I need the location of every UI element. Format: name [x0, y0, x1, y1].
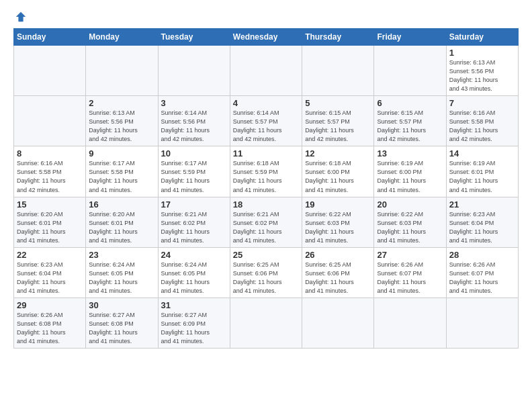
calendar-cell: 18Sunrise: 6:21 AM Sunset: 6:02 PM Dayli… [230, 197, 302, 247]
calendar-cell: 8Sunrise: 6:16 AM Sunset: 5:58 PM Daylig… [14, 146, 86, 197]
calendar-cell: 9Sunrise: 6:17 AM Sunset: 5:58 PM Daylig… [86, 146, 158, 197]
day-number: 17 [161, 199, 227, 210]
calendar-cell: 7Sunrise: 6:16 AM Sunset: 5:58 PM Daylig… [446, 96, 518, 146]
header [13, 11, 519, 23]
day-number: 5 [305, 98, 371, 108]
day-number: 1 [449, 48, 515, 58]
header-day-friday: Friday [374, 29, 446, 46]
day-number: 19 [305, 199, 371, 210]
day-number: 21 [449, 199, 515, 210]
calendar-cell: 22Sunrise: 6:23 AM Sunset: 6:04 PM Dayli… [14, 247, 86, 298]
day-info: Sunrise: 6:13 AM Sunset: 5:56 PM Dayligh… [89, 109, 138, 142]
day-info: Sunrise: 6:27 AM Sunset: 6:08 PM Dayligh… [89, 312, 138, 345]
calendar-cell: 10Sunrise: 6:17 AM Sunset: 5:59 PM Dayli… [158, 146, 230, 197]
calendar-row: 8Sunrise: 6:16 AM Sunset: 5:58 PM Daylig… [14, 146, 519, 197]
calendar-cell [374, 298, 446, 348]
day-info: Sunrise: 6:14 AM Sunset: 5:56 PM Dayligh… [161, 109, 210, 142]
day-info: Sunrise: 6:20 AM Sunset: 6:01 PM Dayligh… [89, 211, 138, 244]
day-info: Sunrise: 6:14 AM Sunset: 5:57 PM Dayligh… [233, 109, 282, 142]
day-info: Sunrise: 6:19 AM Sunset: 6:00 PM Dayligh… [377, 160, 426, 193]
day-info: Sunrise: 6:20 AM Sunset: 6:01 PM Dayligh… [17, 211, 66, 244]
calendar-cell: 4Sunrise: 6:14 AM Sunset: 5:57 PM Daylig… [230, 96, 302, 146]
day-number: 25 [233, 250, 299, 260]
day-info: Sunrise: 6:25 AM Sunset: 6:06 PM Dayligh… [233, 261, 282, 294]
day-number: 12 [305, 148, 371, 158]
day-number: 24 [161, 250, 227, 260]
calendar-cell: 19Sunrise: 6:22 AM Sunset: 6:03 PM Dayli… [302, 197, 374, 247]
day-info: Sunrise: 6:25 AM Sunset: 6:06 PM Dayligh… [305, 261, 354, 294]
calendar-cell [302, 46, 374, 96]
calendar-cell: 12Sunrise: 6:18 AM Sunset: 6:00 PM Dayli… [302, 146, 374, 197]
day-info: Sunrise: 6:22 AM Sunset: 6:03 PM Dayligh… [305, 211, 354, 244]
calendar-cell [86, 46, 158, 96]
day-info: Sunrise: 6:21 AM Sunset: 6:02 PM Dayligh… [233, 211, 282, 244]
calendar-row: 15Sunrise: 6:20 AM Sunset: 6:01 PM Dayli… [14, 197, 519, 247]
day-number: 28 [449, 250, 515, 260]
day-info: Sunrise: 6:23 AM Sunset: 6:04 PM Dayligh… [449, 211, 498, 244]
calendar-cell [14, 46, 86, 96]
header-day-wednesday: Wednesday [230, 29, 302, 46]
calendar-cell: 2Sunrise: 6:13 AM Sunset: 5:56 PM Daylig… [86, 96, 158, 146]
page: SundayMondayTuesdayWednesdayThursdayFrid… [0, 0, 532, 411]
calendar-cell [446, 298, 518, 348]
day-number: 9 [89, 148, 154, 158]
calendar-cell: 21Sunrise: 6:23 AM Sunset: 6:04 PM Dayli… [446, 197, 518, 247]
day-number: 7 [449, 98, 515, 108]
calendar-row: 29Sunrise: 6:26 AM Sunset: 6:08 PM Dayli… [14, 298, 519, 348]
calendar-cell [230, 298, 302, 348]
calendar-cell: 13Sunrise: 6:19 AM Sunset: 6:00 PM Dayli… [374, 146, 446, 197]
day-number: 30 [89, 300, 154, 310]
header-day-thursday: Thursday [302, 29, 374, 46]
calendar-cell: 27Sunrise: 6:26 AM Sunset: 6:07 PM Dayli… [374, 247, 446, 298]
calendar-cell: 20Sunrise: 6:22 AM Sunset: 6:03 PM Dayli… [374, 197, 446, 247]
calendar-row: 2Sunrise: 6:13 AM Sunset: 5:56 PM Daylig… [14, 96, 519, 146]
calendar-cell [374, 46, 446, 96]
day-info: Sunrise: 6:18 AM Sunset: 5:59 PM Dayligh… [233, 160, 282, 193]
day-info: Sunrise: 6:15 AM Sunset: 5:57 PM Dayligh… [305, 109, 354, 142]
day-info: Sunrise: 6:24 AM Sunset: 6:05 PM Dayligh… [89, 261, 138, 294]
day-number: 23 [89, 250, 154, 260]
calendar-cell: 31Sunrise: 6:27 AM Sunset: 6:09 PM Dayli… [158, 298, 230, 348]
calendar-cell: 6Sunrise: 6:15 AM Sunset: 5:57 PM Daylig… [374, 96, 446, 146]
day-number: 13 [377, 148, 443, 158]
day-info: Sunrise: 6:27 AM Sunset: 6:09 PM Dayligh… [161, 312, 210, 345]
day-number: 18 [233, 199, 299, 210]
calendar-header-row: SundayMondayTuesdayWednesdayThursdayFrid… [14, 29, 519, 46]
day-number: 4 [233, 98, 299, 108]
day-info: Sunrise: 6:17 AM Sunset: 5:58 PM Dayligh… [89, 160, 138, 193]
day-number: 14 [449, 148, 515, 158]
day-info: Sunrise: 6:26 AM Sunset: 6:07 PM Dayligh… [449, 261, 498, 294]
day-number: 26 [305, 250, 371, 260]
day-number: 15 [17, 199, 83, 210]
day-number: 29 [17, 300, 83, 310]
day-info: Sunrise: 6:15 AM Sunset: 5:57 PM Dayligh… [377, 109, 426, 142]
day-info: Sunrise: 6:17 AM Sunset: 5:59 PM Dayligh… [161, 160, 210, 193]
day-number: 27 [377, 250, 443, 260]
calendar-cell: 1Sunrise: 6:13 AM Sunset: 5:56 PM Daylig… [446, 46, 518, 96]
day-info: Sunrise: 6:19 AM Sunset: 6:01 PM Dayligh… [449, 160, 498, 193]
day-info: Sunrise: 6:16 AM Sunset: 5:58 PM Dayligh… [449, 109, 498, 142]
calendar-cell: 29Sunrise: 6:26 AM Sunset: 6:08 PM Dayli… [14, 298, 86, 348]
day-info: Sunrise: 6:26 AM Sunset: 6:07 PM Dayligh… [377, 261, 426, 294]
calendar-cell: 25Sunrise: 6:25 AM Sunset: 6:06 PM Dayli… [230, 247, 302, 298]
calendar-cell: 5Sunrise: 6:15 AM Sunset: 5:57 PM Daylig… [302, 96, 374, 146]
day-number: 31 [161, 300, 227, 310]
day-number: 8 [17, 148, 83, 158]
calendar-cell: 15Sunrise: 6:20 AM Sunset: 6:01 PM Dayli… [14, 197, 86, 247]
calendar-cell: 23Sunrise: 6:24 AM Sunset: 6:05 PM Dayli… [86, 247, 158, 298]
calendar-cell: 24Sunrise: 6:24 AM Sunset: 6:05 PM Dayli… [158, 247, 230, 298]
calendar-cell: 17Sunrise: 6:21 AM Sunset: 6:02 PM Dayli… [158, 197, 230, 247]
logo [13, 11, 27, 23]
calendar-table: SundayMondayTuesdayWednesdayThursdayFrid… [13, 28, 519, 349]
day-number: 22 [17, 250, 83, 260]
day-info: Sunrise: 6:22 AM Sunset: 6:03 PM Dayligh… [377, 211, 426, 244]
header-day-monday: Monday [86, 29, 158, 46]
calendar-row: 22Sunrise: 6:23 AM Sunset: 6:04 PM Dayli… [14, 247, 519, 298]
svg-marker-0 [16, 12, 26, 21]
day-number: 6 [377, 98, 443, 108]
calendar-cell: 30Sunrise: 6:27 AM Sunset: 6:08 PM Dayli… [86, 298, 158, 348]
day-number: 11 [233, 148, 299, 158]
day-info: Sunrise: 6:16 AM Sunset: 5:58 PM Dayligh… [17, 160, 66, 193]
day-info: Sunrise: 6:18 AM Sunset: 6:00 PM Dayligh… [305, 160, 354, 193]
day-info: Sunrise: 6:23 AM Sunset: 6:04 PM Dayligh… [17, 261, 66, 294]
